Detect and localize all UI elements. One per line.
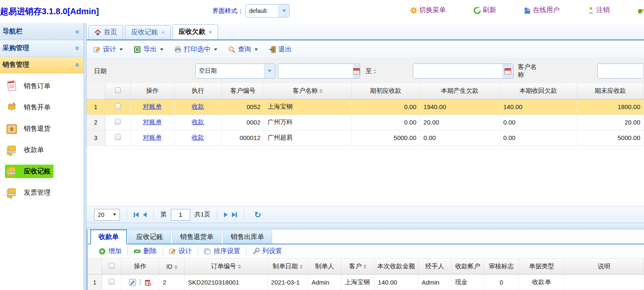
style-select[interactable]: default [245,4,290,18]
date-to-field[interactable] [413,64,502,78]
logout-button[interactable]: 注销 [587,6,610,15]
prev-page-button[interactable] [143,212,147,217]
col-note[interactable]: 说明 [565,259,644,275]
sort-icon[interactable] [174,265,178,269]
sidebar-splitter[interactable] [84,23,87,290]
col-recovered-debt[interactable]: 本期收回欠款 [500,83,577,99]
col-doc-type[interactable]: 单据类型 [519,259,565,275]
table-row[interactable]: 1 | 2 SKD20210318001 2021-03-1 Admin [88,275,644,290]
calendar-button[interactable] [353,64,360,78]
collect-link[interactable]: 收款 [192,118,204,125]
col-customer-code[interactable]: 客户编号 [222,83,264,99]
col-ending-receivable[interactable]: 期末应收款 [577,83,644,99]
sort-icon[interactable] [363,265,367,269]
next-page-button[interactable] [224,212,228,217]
tab-receivable-debt[interactable]: 应收欠款 × [173,24,219,39]
select-all-checkbox[interactable] [109,263,115,269]
sidebar-group-purchase[interactable]: 采购管理 » [0,40,84,57]
col-execute[interactable]: 执行 [174,83,222,99]
date-from-input[interactable] [278,64,361,79]
col-audit-flag[interactable]: 审核标志 [484,259,518,275]
col-order-no[interactable]: 订单编号 [184,259,267,275]
sidebar-group-sales[interactable]: 销售管理 « [0,57,84,74]
print-selected-button[interactable]: 打印选中 [174,45,217,54]
col-handler[interactable]: 经手人 [418,259,451,275]
switch-menu-button[interactable]: 切换菜单 [410,6,446,15]
column-settings-button[interactable]: 列设置 [247,247,288,256]
statement-link[interactable]: 对账单 [143,118,162,125]
customer-name-input[interactable] [597,64,644,79]
tab-home[interactable]: 首页 [88,25,123,39]
operation-cell: | [121,275,159,290]
col-operation[interactable]: 操作 [131,83,174,99]
col-maker[interactable]: 制单人 [308,259,341,275]
row-checkbox[interactable] [115,119,121,125]
edit-icon[interactable] [129,279,136,286]
horizontal-splitter[interactable] [87,223,644,229]
date-preset-arrow-button[interactable] [264,64,275,78]
design-button[interactable]: 设计 [93,45,123,54]
design-button-bottom[interactable]: 设计 [163,247,198,256]
page-total-label: 共1页 [194,211,210,219]
close-icon[interactable]: × [161,29,165,36]
first-page-button[interactable] [134,212,139,217]
last-page-button[interactable] [232,212,237,217]
page-number-input[interactable] [171,209,190,221]
col-incurred-debt[interactable]: 本期产生欠款 [420,83,500,99]
delete-button[interactable]: 删除 [128,247,163,256]
row-checkbox[interactable] [115,103,121,109]
sidebar-item-invoice-management[interactable]: 发票管理 [5,186,84,199]
sidebar-item-receivable-ledger[interactable]: 应收记账 [5,165,53,178]
sort-icon[interactable] [319,89,323,93]
sidebar-item-sales-return[interactable]: 销售退货 [5,122,84,135]
statement-link[interactable]: 对账单 [143,134,162,141]
delete-row-icon[interactable] [144,279,151,286]
style-select-arrow-button[interactable] [278,5,289,17]
date-from-field[interactable] [278,64,354,78]
statement-link[interactable]: 对账单 [143,103,162,110]
sidebar-item-sales-invoice[interactable]: 销售开单 [5,101,84,114]
col-account[interactable]: 收款帐户 [451,259,484,275]
sort-icon[interactable] [300,265,303,269]
table-row[interactable]: 2 对账单 收款 0002 广州万科 0.00 20.00 0.00 20.00 [87,114,644,130]
select-all-checkbox[interactable] [115,87,121,93]
col-id[interactable]: ID [159,259,184,275]
collect-link[interactable]: 收款 [192,103,204,110]
tab-receivable-ledger[interactable]: 应收记账 × [125,25,171,39]
col-amount[interactable]: 本次收款金额 [374,259,418,275]
export-button[interactable]: 导出 [134,45,163,54]
col-beginning-receivable[interactable]: 期初应收款 [351,83,420,99]
close-icon[interactable]: × [209,29,212,35]
date-to-input[interactable] [413,64,514,79]
table-row[interactable]: 3 对账单 收款 000012 广州超易 5000.00 0.00 0.00 5… [87,130,644,145]
row-checkbox[interactable] [115,134,121,140]
col-make-date[interactable]: 制单日期 [267,259,308,275]
receipt-table: 操作 ID 订单编号 制单日期 制单人 客户 本次收款金额 经手人 收款帐户 审… [88,259,644,290]
bottom-tab-receipt[interactable]: 收款单 [90,229,127,244]
bottom-tab-sales-outbound[interactable]: 销售出库单 [223,230,272,244]
data-button[interactable]: 数 [637,6,644,15]
table-row[interactable]: 1 对账单 收款 0052 上海宝钢 0.00 1940.00 140.00 1… [87,99,644,114]
bottom-tab-sales-return[interactable]: 销售退货单 [172,230,221,244]
collapse-sidebar-icon[interactable]: « [75,27,79,36]
query-button[interactable]: 查询 [228,45,258,54]
collect-link[interactable]: 收款 [192,134,204,141]
add-button[interactable]: 增加 [93,247,127,256]
sidebar-item-receipt[interactable]: 收款单 [5,143,84,157]
page-size-select[interactable]: 20 [94,209,120,221]
row-checkbox[interactable] [109,279,115,285]
date-preset-select[interactable]: 空日期 [195,64,275,79]
sort-settings-button[interactable]: 排序设置 [198,247,246,256]
customer-name-field[interactable] [598,64,644,78]
col-operation[interactable]: 操作 [121,259,159,275]
reload-icon[interactable]: ↻ [254,210,261,220]
exit-button[interactable]: 退出 [269,45,292,54]
col-customer[interactable]: 客户 [341,259,374,275]
sidebar-item-sales-order[interactable]: 销售订单 [5,79,84,93]
sort-icon[interactable] [238,265,241,269]
online-users-button[interactable]: 在线用户 [524,6,560,15]
bottom-tab-receivable-ledger[interactable]: 应收记账 [128,230,171,244]
refresh-button[interactable]: 刷新 [473,6,496,15]
calendar-button[interactable] [502,64,513,78]
col-customer-name[interactable]: 客户名称 [264,83,351,99]
